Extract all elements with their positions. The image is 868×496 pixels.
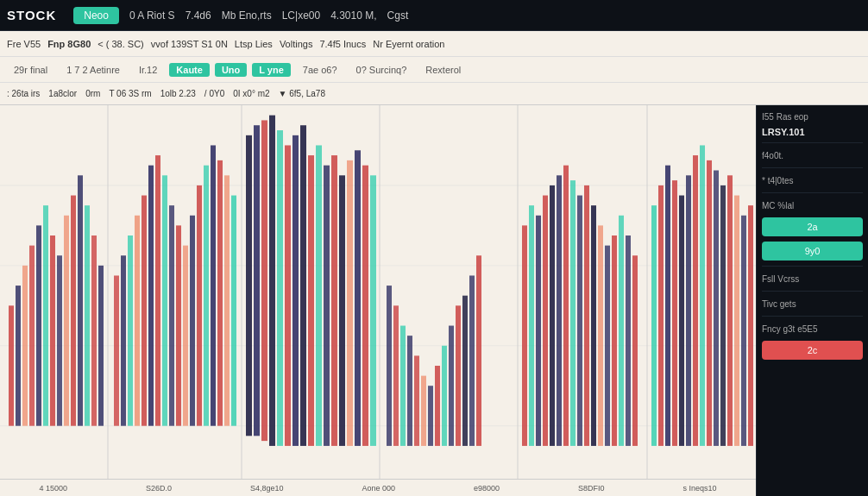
app-logo: STOCK	[7, 8, 56, 22]
subnav-item-7[interactable]: 7.4f5 Inucs	[319, 39, 366, 49]
svg-rect-87	[619, 216, 624, 446]
top-navigation: STOCK Neoo 0 A Riot S 7.4d6 Mb Eno,rts L…	[0, 0, 868, 31]
svg-rect-40	[224, 175, 230, 425]
svg-rect-90	[651, 205, 657, 446]
tab-aetinre[interactable]: 1 7 2 Aetinre	[60, 63, 127, 77]
svg-rect-47	[285, 145, 291, 445]
nav-item-3[interactable]: Mb Eno,rts	[222, 9, 272, 22]
svg-rect-81	[577, 196, 582, 446]
x-label-3: S4,8ge10	[250, 484, 284, 493]
svg-rect-68	[449, 326, 454, 446]
nav-item-1[interactable]: 0 A Riot S	[129, 9, 175, 22]
tab-kaute[interactable]: Kaute	[169, 63, 210, 77]
sidebar-label-6: Fncy g3t e5E5	[762, 324, 817, 334]
subnav-item-1[interactable]: Fre V55	[7, 39, 41, 49]
svg-rect-23	[98, 266, 104, 426]
nav-item-5[interactable]: 4.3010 M,	[330, 9, 376, 22]
svg-rect-28	[142, 196, 147, 426]
svg-rect-67	[442, 346, 447, 446]
svg-rect-79	[563, 166, 569, 446]
nav-item-2[interactable]: 7.4d6	[186, 9, 211, 22]
x-axis: 4 15000 S26D.0 S4,8ge10 Aone 000 e98000 …	[0, 479, 756, 496]
x-label-5: e98000	[474, 484, 500, 493]
tab-7ae06[interactable]: 7ae o6?	[296, 63, 344, 77]
tab-lyne[interactable]: L yne	[252, 63, 291, 77]
subnav-item-6[interactable]: Voltings	[280, 39, 313, 49]
svg-rect-49	[300, 125, 306, 446]
svg-rect-85	[605, 246, 610, 446]
svg-rect-13	[29, 246, 35, 426]
sidebar-section-5: Tivc gets	[762, 291, 863, 311]
svg-rect-86	[612, 235, 617, 446]
svg-rect-74	[529, 205, 534, 446]
svg-rect-82	[584, 185, 589, 446]
info-item-2: 1a8clor	[48, 89, 77, 98]
nav-item-6[interactable]: Cgst	[387, 9, 409, 22]
sidebar-top-value: LRSY.101	[762, 127, 863, 137]
svg-rect-37	[204, 166, 209, 426]
svg-rect-12	[22, 266, 28, 426]
svg-rect-11	[16, 286, 21, 426]
svg-rect-52	[324, 166, 330, 446]
svg-rect-63	[414, 355, 419, 446]
info-item-1: : 26ta irs	[7, 89, 40, 98]
svg-rect-55	[347, 160, 353, 446]
svg-rect-56	[355, 150, 361, 446]
info-item-8: ▼ 6f5, La78	[279, 89, 325, 98]
svg-rect-99	[714, 171, 719, 446]
svg-rect-27	[135, 216, 140, 426]
sidebar-btn-3[interactable]: 2c	[762, 341, 863, 360]
svg-rect-59	[387, 286, 392, 446]
svg-rect-31	[162, 175, 167, 425]
info-item-4: T 06 3S rm	[109, 89, 151, 98]
tab-uno[interactable]: Uno	[215, 63, 247, 77]
chart-area[interactable]: Y97 4 15000 S26D.0 S4,8ge10 Aone 000 e98…	[0, 105, 756, 496]
svg-rect-75	[536, 216, 541, 446]
tab-row: 29r final 1 7 2 Aetinre Ir.12 Kaute Uno …	[0, 57, 868, 83]
svg-rect-101	[727, 175, 733, 446]
sidebar-label-4: Fsll Vcrss	[762, 274, 799, 284]
svg-rect-44	[261, 120, 267, 441]
x-label-4: Aone 000	[362, 484, 395, 493]
svg-rect-69	[456, 305, 461, 446]
sidebar-btn-1[interactable]: 2a	[762, 217, 863, 236]
svg-rect-70	[462, 296, 468, 446]
svg-rect-50	[308, 155, 314, 446]
x-label-6: S8DFI0	[578, 484, 605, 493]
nav-item-4[interactable]: LC|xe00	[282, 9, 320, 22]
svg-rect-62	[407, 336, 412, 446]
subnav-item-4[interactable]: vvof 139ST S1 0N	[151, 39, 228, 49]
svg-rect-35	[190, 216, 195, 426]
svg-rect-54	[339, 175, 345, 446]
svg-rect-88	[626, 235, 631, 446]
x-label-2: S26D.0	[146, 484, 172, 493]
tab-final[interactable]: 29r final	[7, 63, 54, 77]
tab-rexterol[interactable]: Rexterol	[418, 63, 468, 77]
svg-rect-10	[9, 305, 14, 425]
svg-rect-20	[78, 175, 83, 425]
svg-rect-64	[421, 376, 426, 446]
svg-rect-92	[665, 166, 670, 446]
svg-rect-84	[598, 225, 603, 446]
info-item-3: 0rm	[85, 89, 100, 98]
svg-rect-83	[591, 205, 596, 446]
sidebar-section-4: Fsll Vcrss	[762, 266, 863, 286]
svg-rect-78	[557, 175, 562, 446]
subnav-item-2[interactable]: Fnp 8G80	[47, 39, 91, 49]
svg-rect-16	[50, 235, 55, 426]
sidebar-btn-2[interactable]: 9y0	[762, 242, 863, 261]
subnav-item-3[interactable]: < ( 38. SC)	[97, 39, 144, 49]
svg-rect-66	[435, 366, 440, 446]
info-item-5: 1olb 2.23	[160, 89, 196, 98]
subnav-item-5[interactable]: Ltsp Lies	[235, 39, 273, 49]
subnav-item-8[interactable]: Nr Eyernt oration	[373, 39, 444, 49]
svg-rect-71	[469, 275, 475, 445]
nav-neoo-button[interactable]: Neoo	[73, 7, 119, 24]
svg-rect-96	[693, 155, 698, 446]
sub-navigation: Fre V55 Fnp 8G80 < ( 38. SC) vvof 139ST …	[0, 31, 868, 57]
tab-ir12[interactable]: Ir.12	[132, 63, 164, 77]
svg-rect-19	[71, 196, 76, 426]
tab-surcinq[interactable]: 0? Surcinq?	[349, 63, 414, 77]
svg-rect-58	[370, 175, 376, 446]
svg-rect-65	[428, 386, 433, 446]
